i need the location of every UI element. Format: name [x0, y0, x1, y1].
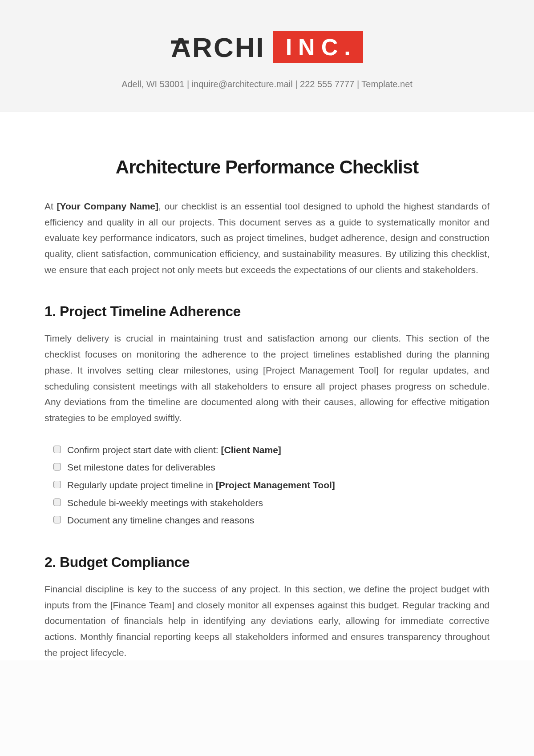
list-item: Document any timeline changes and reason… [53, 512, 490, 528]
list-item-label: Schedule bi-weekly meetings with stakeho… [67, 495, 263, 511]
checkbox-icon[interactable] [53, 446, 61, 453]
letterhead: ARCHI INC. Adell, WI 53001 | inquire@arc… [0, 0, 534, 112]
list-item-label: Confirm project start date with client: … [67, 442, 281, 458]
section-1-heading: 1. Project Timeline Adherence [44, 303, 490, 320]
list-item-label: Set milestone dates for deliverables [67, 459, 215, 475]
list-item: Set milestone dates for deliverables [53, 459, 490, 475]
list-item-label: Document any timeline changes and reason… [67, 512, 254, 528]
logo-text-right: INC. [273, 31, 363, 63]
list-item-label: Regularly update project timeline in [Pr… [67, 477, 335, 493]
contact-line: Adell, WI 53001 | inquire@architecture.m… [0, 79, 534, 89]
checkbox-icon[interactable] [53, 481, 61, 488]
intro-company-placeholder: [Your Company Name] [57, 201, 158, 211]
section-2-heading: 2. Budget Compliance [44, 554, 490, 571]
intro-rest: , our checklist is an essential tool des… [44, 201, 490, 275]
list-item: Schedule bi-weekly meetings with stakeho… [53, 495, 490, 511]
list-item: Confirm project start date with client: … [53, 442, 490, 458]
section-1-checklist: Confirm project start date with client: … [53, 442, 490, 528]
checkbox-icon[interactable] [53, 463, 61, 470]
list-item: Regularly update project timeline in [Pr… [53, 477, 490, 493]
checkbox-icon[interactable] [53, 516, 61, 523]
document-body: Architecture Performance Checklist At [Y… [0, 112, 534, 660]
section-1-body: Timely delivery is crucial in maintainin… [44, 330, 490, 426]
checkbox-icon[interactable] [53, 499, 61, 506]
intro-prefix: At [44, 201, 57, 211]
logo: ARCHI INC. [171, 31, 363, 63]
page-title: Architecture Performance Checklist [44, 157, 490, 178]
section-2-body: Financial discipline is key to the succe… [44, 581, 490, 660]
logo-text-left: ARCHI [171, 32, 265, 63]
intro-paragraph: At [Your Company Name], our checklist is… [44, 198, 490, 277]
